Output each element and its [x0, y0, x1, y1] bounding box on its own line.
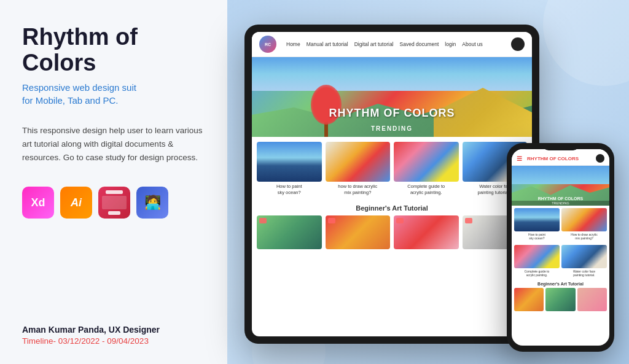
tablet-card-2: Complete guide to acrylic painting. — [394, 142, 459, 196]
phone-profile-icon — [596, 154, 604, 163]
nav-link-about[interactable]: About us — [462, 41, 483, 47]
author-timeline: Timeline- 03/12/2022 - 09/04/2023 — [22, 336, 205, 346]
phone-nav-title: RHYTHM OF COLORS — [527, 156, 579, 161]
nav-link-manual[interactable]: Manual art tutorial — [307, 41, 348, 47]
tablet-hero-title: RHYTHM OF COLORS — [252, 107, 532, 120]
phone-card-img-sky — [514, 208, 560, 231]
tool-figma-icon: 🧑‍💻 — [136, 187, 168, 219]
video-icon-2 — [328, 218, 335, 223]
phone-notch — [542, 143, 579, 150]
phone-tutorial-2 — [545, 288, 575, 311]
video-icon-3 — [396, 218, 404, 223]
tutorial-thumb-2 — [326, 215, 391, 249]
tablet-logo-text: RC — [265, 42, 271, 47]
phone-card-0: How to paint sky ocean? — [514, 208, 560, 240]
phone-cards-row-1: How to paint sky ocean? How to draw acry… — [514, 208, 607, 240]
bg-decoration-circle-1 — [543, 0, 629, 86]
project-subtitle: Responsive web design suit for Mobile, T… — [22, 81, 205, 107]
phone-card-2: Complete guide to acrylic painting. — [514, 245, 560, 277]
phone-screen: ☰ RHYTHM OF COLORS RHYTHM OF COLORS TREN… — [512, 149, 609, 346]
phone-cards-section-2: Complete guide to acrylic painting. Wate… — [512, 242, 609, 279]
phone-card-img-acrylic — [561, 208, 607, 231]
tutorial-thumb-3 — [394, 215, 459, 249]
video-icon-4 — [465, 218, 472, 223]
tablet-tutorial-row — [257, 215, 527, 249]
phone-hero: RHYTHM OF COLORS TRENDING — [512, 166, 609, 206]
card-img-sky — [257, 142, 322, 182]
figma-person-icon: 🧑‍💻 — [144, 195, 161, 211]
card-label-2: Complete guide to acrylic painting. — [394, 184, 459, 196]
card-label-1: how to draw acrylic mix painting? — [326, 184, 391, 196]
phone-card-label-3: Water color face painting tutorial. — [561, 269, 607, 277]
project-title: Rhythm of Colors — [22, 25, 205, 76]
phone-card-img-water — [561, 245, 607, 268]
tablet-logo: RC — [259, 36, 276, 53]
left-panel: Rhythm of Colors Responsive web design s… — [0, 0, 227, 364]
tablet-profile-icon — [511, 37, 525, 51]
tablet-card-0: How to paint sky ocean? — [257, 142, 322, 196]
phone-card-label-0: How to paint sky ocean? — [514, 233, 560, 240]
phone-card-1: How to draw acrylic mix painting? — [561, 208, 607, 240]
project-description: This responsive design help user to lear… — [22, 124, 205, 165]
phone-tutorial-1 — [514, 288, 544, 311]
phone-card-label-2: Complete guide to acrylic painting. — [514, 269, 560, 277]
video-icon-1 — [259, 218, 267, 223]
phone-cards-row-2: Complete guide to acrylic painting. Wate… — [514, 245, 607, 277]
tablet-cards-row: How to paint sky ocean? how to draw acry… — [252, 137, 532, 201]
phone-tutorial-3 — [577, 288, 607, 311]
card-img-complete — [394, 142, 459, 182]
author-name: Aman Kumar Panda, UX Designer — [22, 325, 205, 335]
tablet-card-1: how to draw acrylic mix painting? — [326, 142, 391, 196]
tablet-screen: RC Home Manual art tutorial Digital art … — [252, 32, 532, 336]
nav-link-saved[interactable]: Saved document — [400, 41, 439, 47]
phone-mockup: ☰ RHYTHM OF COLORS RHYTHM OF COLORS TREN… — [507, 143, 614, 352]
right-panel: RC Home Manual art tutorial Digital art … — [227, 0, 629, 364]
nav-link-login[interactable]: login — [445, 41, 456, 47]
tool-xd-icon: Xd — [22, 187, 54, 219]
nav-link-digital[interactable]: Digital art tutorial — [354, 41, 394, 47]
phone-hero-title: RHYTHM OF COLORS — [512, 196, 609, 201]
phone-tutorial-row — [514, 288, 607, 311]
phone-card-3: Water color face painting tutorial. — [561, 245, 607, 277]
tutorial-thumb-1 — [257, 215, 322, 249]
phone-card-img-complete — [514, 245, 560, 268]
tool-slides-icon — [98, 187, 130, 219]
nav-link-home[interactable]: Home — [286, 41, 300, 47]
phone-trending-label: TRENDING — [512, 201, 609, 206]
phone-beginner-section: Beginner's Art Tutorial — [512, 279, 609, 314]
tablet-tutorial-title: Beginner's Art Tutorial — [257, 204, 527, 212]
tablet-tutorial-section: Beginner's Art Tutorial — [252, 201, 532, 252]
author-info: Aman Kumar Panda, UX Designer Timeline- … — [22, 325, 205, 346]
ai-label: Ai — [71, 196, 82, 209]
card-img-acrylic — [326, 142, 391, 182]
card-label-0: How to paint sky ocean? — [257, 184, 322, 196]
tablet-mockup: RC Home Manual art tutorial Digital art … — [244, 25, 539, 344]
tool-ai-icon: Ai — [60, 187, 92, 219]
tools-row: Xd Ai 🧑‍💻 — [22, 187, 205, 219]
tablet-hero-trending: TRENDING — [252, 125, 532, 132]
tablet-nav-links: Home Manual art tutorial Digital art tut… — [286, 41, 483, 47]
phone-cards-section: How to paint sky ocean? How to draw acry… — [512, 206, 609, 242]
phone-section-title: Beginner's Art Tutorial — [514, 282, 607, 286]
phone-menu-icon: ☰ — [517, 155, 522, 162]
phone-card-label-1: How to draw acrylic mix painting? — [561, 233, 607, 240]
tablet-hero: RHYTHM OF COLORS TRENDING — [252, 57, 532, 137]
xd-label: Xd — [31, 196, 45, 209]
phone-navbar: ☰ RHYTHM OF COLORS — [512, 149, 609, 166]
tablet-navbar: RC Home Manual art tutorial Digital art … — [252, 32, 532, 57]
